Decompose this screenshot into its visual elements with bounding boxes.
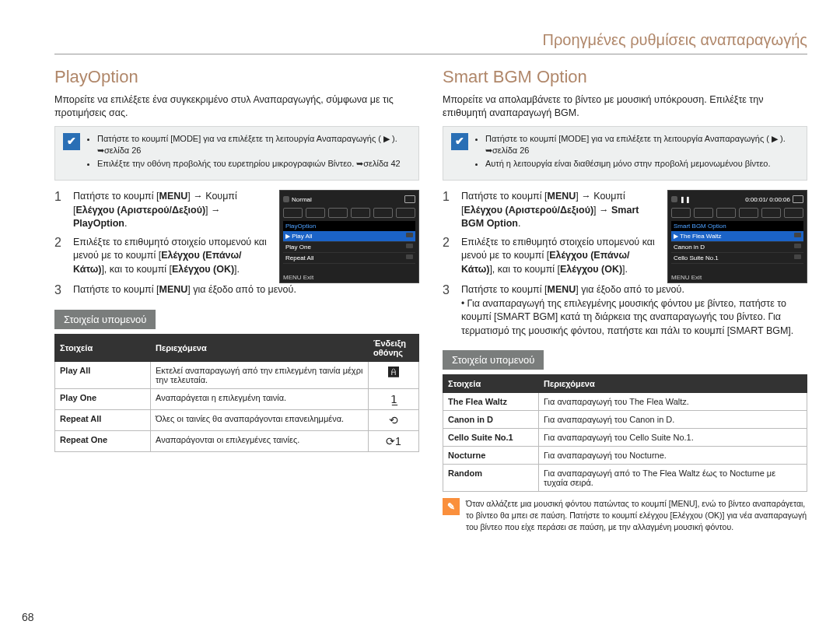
submenu-heading: Στοιχεία υπομενού (54, 310, 156, 329)
step-number: 1 (443, 190, 453, 231)
step-text: Πατήστε το κουμπί [MENU] για έξοδο από τ… (461, 283, 807, 338)
step-number: 2 (443, 236, 453, 277)
page-number: 68 (22, 611, 34, 623)
step-text: Επιλέξτε το επιθυμητό στοιχείο υπομενού … (461, 236, 660, 277)
step-text: Πατήστε το κουμπί [MENU] → Κουμπί [Ελέγχ… (73, 190, 271, 231)
submenu-table: Στοιχεία Περιεχόμενα The Flea WaltzΓια α… (443, 374, 807, 492)
table-row: RandomΓια αναπαραγωγή από το The Flea Wa… (443, 465, 807, 492)
col-header: Περιεχόμενα (539, 375, 807, 393)
table-row: The Flea WaltzΓια αναπαραγωγή του The Fl… (443, 393, 807, 411)
camera-screen-mockup: Normal PlayOption ▶ Play All Play One Re… (279, 190, 419, 283)
mini-menu-header: Smart BGM Option (671, 221, 803, 231)
step: 2 Επιλέξτε το επιθυμητό στοιχείο υπομενο… (54, 236, 271, 277)
breadcrumb: Προηγμένες ρυθμίσεις αναπαραγωγής (54, 31, 807, 54)
display-icon: ⟲ (369, 410, 419, 431)
note-list: Πατήστε το κουμπί [MODE] για να επιλέξετ… (476, 133, 799, 173)
footnote-text: Όταν αλλάζετε μια μουσική φόντου πατώντα… (466, 498, 807, 532)
display-icon: 🅰 (369, 362, 419, 389)
intro-text: Μπορείτε να επιλέξετε ένα συγκεκριμένο σ… (54, 93, 419, 120)
mini-footer: MENU Exit (671, 274, 702, 281)
check-icon: ✔ (63, 133, 80, 150)
rec-icon (671, 196, 677, 202)
time-label: 0:00:01/ 0:00:06 (745, 196, 790, 203)
display-icon: 1̲ (369, 389, 419, 410)
right-column: Smart BGM Option Μπορείτε να απολαμβάνετ… (443, 64, 807, 532)
mini-menu-item-selected: ▶ The Flea Waltz (671, 231, 803, 242)
step-number: 1 (54, 190, 65, 231)
col-header: Ένδειξη οθόνης (369, 335, 419, 362)
camera-screen-mockup: ❚❚ 0:00:01/ 0:00:06 Smart BGM Option ▶ T… (667, 190, 807, 283)
document-page: Προηγμένες ρυθμίσεις αναπαραγωγής PlayOp… (0, 0, 840, 642)
step-number: 3 (443, 283, 453, 338)
step-text: Επιλέξτε το επιθυμητό στοιχείο υπομενού … (73, 236, 271, 277)
step-number: 2 (54, 236, 65, 277)
submenu-heading: Στοιχεία υπομενού (443, 350, 544, 370)
step-text: Πατήστε το κουμπί [MENU] για έξοδο από τ… (73, 283, 419, 297)
table-row: NocturneΓια αναπαραγωγή του Nocturne. (443, 447, 807, 465)
mini-toolbar (283, 208, 415, 218)
left-column: PlayOption Μπορείτε να επιλέξετε ένα συγ… (54, 64, 419, 532)
info-note: ✔ Πατήστε το κουμπί [MODE] για να επιλέξ… (54, 126, 419, 181)
rec-icon (283, 196, 289, 202)
mini-menu-item-selected: ▶ Play All (283, 231, 415, 242)
step: 1 Πατήστε το κουμπί [MENU] → Κουμπί [Ελέ… (443, 190, 660, 231)
two-column-layout: PlayOption Μπορείτε να επιλέξετε ένα συγ… (54, 64, 807, 532)
table-row: Play One Αναπαράγεται η επιλεγμένη ταινί… (55, 389, 419, 410)
display-icon: ⟳1 (369, 431, 419, 452)
step: 3 Πατήστε το κουμπί [MENU] για έξοδο από… (54, 283, 419, 297)
step: 1 Πατήστε το κουμπί [MENU] → Κουμπί [Ελέ… (54, 190, 271, 231)
pause-icon: ❚❚ (680, 196, 691, 203)
mini-menu-item: Repeat All (283, 253, 415, 264)
table-row: Play All Εκτελεί αναπαραγωγή από την επι… (55, 362, 419, 389)
info-note: ✔ Πατήστε το κουμπί [MODE] για να επιλέξ… (443, 126, 807, 181)
mini-footer: MENU Exit (283, 274, 313, 281)
table-row: Repeat One Αναπαράγονται οι επιλεγμένες … (55, 431, 419, 452)
note-item: Αυτή η λειτουργία είναι διαθέσιμη μόνο σ… (485, 158, 799, 170)
section-heading: PlayOption (54, 67, 419, 87)
section-heading: Smart BGM Option (443, 67, 807, 87)
mini-menu-item: Canon in D (671, 242, 803, 253)
note-icon: ✎ (443, 498, 460, 515)
col-header: Στοιχεία (443, 375, 539, 393)
intro-text: Μπορείτε να απολαμβάνετε το βίντεο με μο… (443, 93, 807, 120)
note-list: Πατήστε το κουμπί [MODE] για να επιλέξετ… (88, 133, 411, 173)
battery-icon (793, 195, 803, 203)
mini-toolbar (671, 208, 803, 218)
table-row: Cello Suite No.1Για αναπαραγωγή του Cell… (443, 429, 807, 447)
check-icon: ✔ (451, 133, 468, 150)
table-row: Canon in DΓια αναπαραγωγή του Canon in D… (443, 411, 807, 429)
battery-icon (404, 195, 415, 203)
table-row: Repeat All Όλες οι ταινίες θα αναπαράγον… (55, 410, 419, 431)
footnote: ✎ Όταν αλλάζετε μια μουσική φόντου πατών… (443, 498, 807, 532)
mini-menu-item: Play One (283, 242, 415, 253)
note-item: Επιλέξτε την οθόνη προβολής του ευρετηρί… (97, 158, 411, 170)
note-item: Πατήστε το κουμπί [MODE] για να επιλέξετ… (485, 133, 799, 156)
mini-menu-header: PlayOption (283, 221, 415, 231)
step: 2 Επιλέξτε το επιθυμητό στοιχείο υπομενο… (443, 236, 660, 277)
step-number: 3 (54, 283, 65, 297)
mini-menu-item: Cello Suite No.1 (671, 253, 803, 264)
step-text: Πατήστε το κουμπί [MENU] → Κουμπί [Ελέγχ… (461, 190, 660, 231)
step: 3 Πατήστε το κουμπί [MENU] για έξοδο από… (443, 283, 807, 338)
col-header: Περιεχόμενα (151, 335, 369, 362)
mode-label: Normal (292, 196, 312, 203)
col-header: Στοιχεία (55, 335, 151, 362)
submenu-table: Στοιχεία Περιεχόμενα Ένδειξη οθόνης Play… (54, 334, 419, 452)
note-item: Πατήστε το κουμπί [MODE] για να επιλέξετ… (97, 133, 411, 156)
